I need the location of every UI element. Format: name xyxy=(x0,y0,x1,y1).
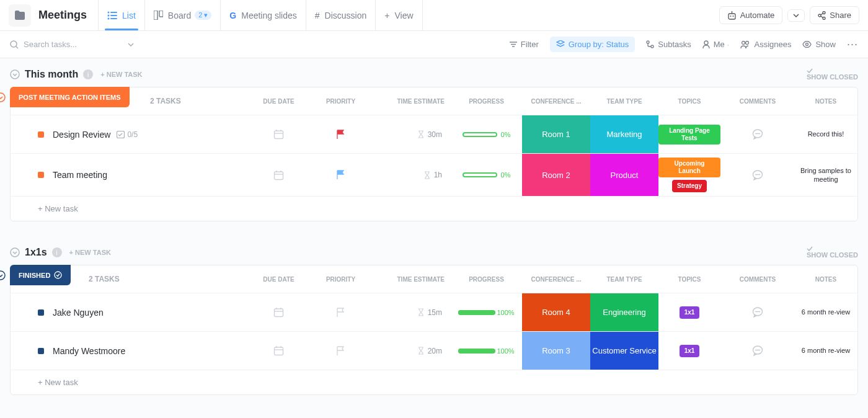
status-chip[interactable]: FINISHED xyxy=(10,265,71,285)
time-estimate-cell[interactable]: 1h xyxy=(370,154,451,196)
notes-cell[interactable]: Bring samples to meeting xyxy=(795,154,857,196)
new-task-link[interactable]: + NEW TASK xyxy=(100,71,142,78)
comments-cell[interactable] xyxy=(720,293,795,331)
more-button[interactable]: ··· xyxy=(847,38,858,51)
status-square-icon[interactable] xyxy=(38,309,44,316)
time-estimate-cell[interactable]: 20m xyxy=(370,332,451,370)
col-notes[interactable]: NOTES xyxy=(795,98,857,105)
col-progress[interactable]: PROGRESS xyxy=(451,98,522,105)
section-title[interactable]: This month xyxy=(25,69,78,80)
team-cell[interactable]: Product xyxy=(590,154,658,196)
col-time[interactable]: TIME ESTIMATE xyxy=(370,276,451,283)
conference-cell[interactable]: Room 4 xyxy=(522,293,590,331)
topic-tag[interactable]: Landing Page Tests xyxy=(658,125,720,145)
due-date-cell[interactable] xyxy=(246,115,311,153)
status-square-icon[interactable] xyxy=(38,172,44,178)
view-tab-add[interactable]: + View xyxy=(376,0,422,30)
collapse-icon[interactable] xyxy=(10,247,20,257)
share-button[interactable]: Share xyxy=(810,6,859,24)
priority-flag-icon[interactable] xyxy=(311,293,370,331)
col-comments[interactable]: COMMENTS xyxy=(720,98,795,105)
topic-tag[interactable]: Strategy xyxy=(672,180,707,192)
topic-tag[interactable]: 1x1 xyxy=(680,345,700,357)
comments-cell[interactable] xyxy=(720,332,795,370)
col-conference[interactable]: CONFERENCE ... xyxy=(522,276,590,283)
time-estimate-cell[interactable]: 15m xyxy=(370,293,451,331)
chevron-down-icon[interactable] xyxy=(128,43,134,47)
task-name[interactable]: Mandy Westmoore xyxy=(53,346,125,356)
comments-cell[interactable] xyxy=(720,154,795,196)
progress-cell[interactable]: 0% xyxy=(451,115,522,153)
assignees-button[interactable]: Assignees xyxy=(740,40,791,49)
status-square-icon[interactable] xyxy=(38,131,44,138)
status-square-icon[interactable] xyxy=(38,348,44,354)
priority-flag-icon[interactable] xyxy=(311,154,370,196)
col-conference[interactable]: CONFERENCE ... xyxy=(522,98,590,105)
topics-cell[interactable]: 1x1 xyxy=(658,293,720,331)
show-button[interactable]: Show xyxy=(802,40,836,49)
notes-cell[interactable]: Record this! xyxy=(795,115,857,153)
subtasks-button[interactable]: Subtasks xyxy=(646,40,691,49)
col-time[interactable]: TIME ESTIMATE xyxy=(370,98,451,105)
col-topics[interactable]: TOPICS xyxy=(658,276,720,283)
topics-cell[interactable]: Upcoming LaunchStrategy xyxy=(658,154,720,196)
add-task-row[interactable]: + New task xyxy=(11,370,857,394)
add-task-row[interactable]: + New task xyxy=(11,196,857,221)
filter-button[interactable]: Filter xyxy=(510,40,539,49)
automate-button[interactable]: Automate xyxy=(719,6,783,24)
notes-cell[interactable]: 6 month re-view xyxy=(795,293,857,331)
conference-cell[interactable]: Room 2 xyxy=(522,154,590,196)
due-date-cell[interactable] xyxy=(246,154,311,196)
group-by-button[interactable]: Group by: Status xyxy=(550,37,636,52)
topic-tag[interactable]: Upcoming Launch xyxy=(658,158,720,177)
progress-cell[interactable]: 100% xyxy=(451,332,522,370)
col-team[interactable]: TEAM TYPE xyxy=(590,98,658,105)
board-dropdown[interactable]: 2 ▾ xyxy=(195,11,211,20)
col-due[interactable]: DUE DATE xyxy=(246,276,311,283)
new-task-link[interactable]: + NEW TASK xyxy=(69,249,111,256)
task-row[interactable]: Team meeting1h0%Room 2ProductUpcoming La… xyxy=(11,153,857,196)
col-notes[interactable]: NOTES xyxy=(795,276,857,283)
task-name[interactable]: Team meeting xyxy=(53,170,107,180)
col-topics[interactable]: TOPICS xyxy=(658,98,720,105)
me-button[interactable]: Me · xyxy=(702,40,730,49)
col-due[interactable]: DUE DATE xyxy=(246,98,311,105)
show-closed-link[interactable]: SHOW CLOSED xyxy=(807,68,858,81)
priority-flag-icon[interactable] xyxy=(311,332,370,370)
section-title[interactable]: 1x1s xyxy=(25,247,47,258)
group-collapse-icon[interactable] xyxy=(0,270,6,280)
progress-cell[interactable]: 0% xyxy=(451,154,522,196)
view-tab-slides[interactable]: G Meeting slides xyxy=(221,0,306,30)
task-row[interactable]: Mandy Westmoore20m100%Room 3Customer Ser… xyxy=(11,331,857,370)
task-name[interactable]: Jake Nguyen xyxy=(53,308,104,318)
conference-cell[interactable]: Room 3 xyxy=(522,332,590,370)
status-chip[interactable]: POST MEETING ACTION ITEMS xyxy=(10,87,130,107)
folder-icon[interactable] xyxy=(9,4,31,27)
due-date-cell[interactable] xyxy=(246,293,311,331)
team-cell[interactable]: Engineering xyxy=(590,293,658,331)
col-comments[interactable]: COMMENTS xyxy=(720,276,795,283)
time-estimate-cell[interactable]: 30m xyxy=(370,115,451,153)
progress-cell[interactable]: 100% xyxy=(451,293,522,331)
priority-flag-icon[interactable] xyxy=(311,115,370,153)
subtask-indicator[interactable]: 0/5 xyxy=(117,130,138,139)
comments-cell[interactable] xyxy=(720,115,795,153)
automate-dropdown[interactable] xyxy=(787,9,805,22)
col-team[interactable]: TEAM TYPE xyxy=(590,276,658,283)
collapse-icon[interactable] xyxy=(10,69,20,79)
search-input[interactable] xyxy=(24,40,110,49)
view-tab-discussion[interactable]: # Discussion xyxy=(306,0,376,30)
team-cell[interactable]: Marketing xyxy=(590,115,658,153)
view-tab-list[interactable]: List xyxy=(98,0,145,30)
topics-cell[interactable]: Landing Page Tests xyxy=(658,115,720,153)
info-icon[interactable]: i xyxy=(83,69,93,79)
page-title[interactable]: Meetings xyxy=(38,9,87,22)
show-closed-link[interactable]: SHOW CLOSED xyxy=(807,246,858,259)
team-cell[interactable]: Customer Service xyxy=(590,332,658,370)
group-collapse-icon[interactable] xyxy=(0,92,6,102)
task-name[interactable]: Design Review xyxy=(53,130,110,140)
task-row[interactable]: Design Review0/530m0%Room 1MarketingLand… xyxy=(11,115,857,153)
conference-cell[interactable]: Room 1 xyxy=(522,115,590,153)
col-priority[interactable]: PRIORITY xyxy=(311,276,370,283)
topic-tag[interactable]: 1x1 xyxy=(680,306,700,319)
